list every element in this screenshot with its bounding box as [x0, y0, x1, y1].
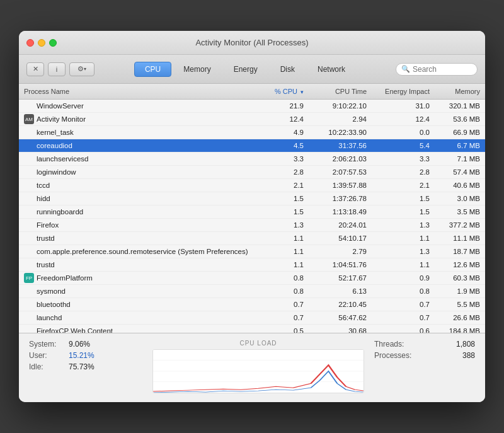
process-name: trustd [19, 233, 258, 244]
process-icon: AM [24, 114, 34, 124]
process-cpu-time: 1:13:18.49 [309, 207, 372, 216]
chevron-down-icon: ▾ [84, 66, 86, 72]
col-header-name[interactable]: Process Name [19, 86, 258, 96]
process-memory: 377.2 MB [435, 221, 485, 229]
table-row[interactable]: com.apple.preference.sound.remoteservice… [19, 245, 485, 258]
process-memory: 40.6 MB [435, 181, 485, 190]
table-row[interactable]: runningboardd 1.5 1:13:18.49 1.5 3.5 MB [19, 205, 485, 219]
tab-network[interactable]: Network [307, 62, 356, 77]
table-row[interactable]: AM Activity Monitor 12.4 2.94 12.4 53.6 … [19, 113, 485, 126]
cpu-stats-right: Threads: 1,808 Processes: 388 [374, 340, 475, 396]
threads-label: Threads: [374, 340, 404, 349]
process-energy: 31.0 [372, 101, 435, 110]
user-value: 15.21% [69, 351, 94, 360]
process-name: trustd [19, 259, 258, 270]
table-row[interactable]: launchservicesd 3.3 2:06:21.03 3.3 7.1 M… [19, 153, 485, 166]
process-energy: 2.1 [372, 181, 435, 190]
process-name: AM Activity Monitor [19, 113, 258, 125]
search-icon: 🔍 [401, 65, 410, 73]
process-cpu: 0.7 [258, 313, 309, 322]
process-cpu-time: 1:39:57.88 [309, 181, 372, 190]
process-cpu: 0.7 [258, 300, 309, 309]
process-cpu-time: 2:06:21.03 [309, 154, 372, 163]
tab-cpu[interactable]: CPU [134, 62, 171, 77]
gear-icon: ⚙ [77, 65, 84, 73]
tab-memory[interactable]: Memory [173, 62, 221, 77]
table-row[interactable]: WindowServer 21.9 9:10:22.10 31.0 320.1 … [19, 100, 485, 113]
table-row[interactable]: FirefoxCP Web Content 0.5 30.68 0.6 184.… [19, 325, 485, 333]
tab-energy[interactable]: Energy [223, 62, 268, 77]
process-icon [24, 141, 34, 151]
col-header-energy[interactable]: Energy Impact [372, 86, 435, 96]
table-row[interactable]: Firefox 1.3 20:24.01 1.3 377.2 MB [19, 219, 485, 232]
maximize-button[interactable] [49, 39, 57, 47]
gear-button[interactable]: ⚙ ▾ [69, 62, 94, 76]
col-header-cputime[interactable]: CPU Time [309, 86, 372, 96]
process-memory: 12.6 MB [435, 260, 485, 269]
process-cpu-time: 2.94 [309, 115, 372, 124]
process-cpu: 1.1 [258, 247, 309, 256]
process-energy: 0.7 [372, 300, 435, 309]
table-row[interactable]: loginwindow 2.8 2:07:57.53 2.8 57.4 MB [19, 166, 485, 179]
tab-disk[interactable]: Disk [270, 62, 306, 77]
window-title: Activity Monitor (All Processes) [195, 38, 308, 47]
process-cpu: 1.5 [258, 194, 309, 203]
chart-label: CPU LOAD [239, 340, 277, 347]
table-row[interactable]: trustd 1.1 54:10.17 1.1 11.1 MB [19, 232, 485, 245]
process-name: launchd [19, 312, 258, 323]
process-cpu: 1.5 [258, 207, 309, 216]
col-header-cpu[interactable]: % CPU ▾ [258, 86, 309, 96]
process-cpu-time: 6.13 [309, 287, 372, 296]
process-energy: 0.0 [372, 128, 435, 137]
process-cpu-time: 31:37.56 [309, 141, 372, 150]
process-cpu: 4.9 [258, 128, 309, 137]
minimize-button[interactable] [38, 39, 45, 47]
table-row[interactable]: FP FreedomPlatform 0.8 52:17.67 0.9 60.3… [19, 272, 485, 285]
process-memory: 18.7 MB [435, 247, 485, 256]
process-memory: 7.1 MB [435, 154, 485, 163]
process-memory: 60.3 MB [435, 274, 485, 282]
table-body: WindowServer 21.9 9:10:22.10 31.0 320.1 … [19, 100, 485, 333]
table-row[interactable]: hidd 1.5 1:37:26.78 1.5 3.0 MB [19, 192, 485, 205]
process-cpu-time: 20:24.01 [309, 221, 372, 229]
process-icon [24, 326, 34, 333]
table-row[interactable]: kernel_task 4.9 10:22:33.90 0.0 66.9 MB [19, 126, 485, 139]
process-cpu-time: 1:04:51.76 [309, 260, 372, 269]
close-process-button[interactable]: ✕ [26, 62, 44, 76]
process-icon [24, 101, 34, 111]
close-button[interactable] [26, 39, 34, 47]
process-icon [24, 286, 34, 296]
process-energy: 0.7 [372, 313, 435, 322]
system-value: 9.06% [69, 340, 90, 349]
process-cpu-time: 22:10.45 [309, 300, 372, 309]
table-row[interactable]: launchd 0.7 56:47.62 0.7 26.6 MB [19, 311, 485, 325]
process-memory: 3.5 MB [435, 207, 485, 216]
process-cpu: 0.5 [258, 326, 309, 333]
table-row[interactable]: sysmond 0.8 6.13 0.8 1.9 MB [19, 285, 485, 298]
process-icon [24, 207, 34, 217]
process-energy: 1.5 [372, 207, 435, 216]
process-name: FP FreedomPlatform [19, 272, 258, 284]
process-cpu: 1.3 [258, 221, 309, 229]
process-name: coreaudiod [19, 140, 258, 151]
process-name: WindowServer [19, 100, 258, 112]
table-row[interactable]: bluetoothd 0.7 22:10.45 0.7 5.5 MB [19, 298, 485, 311]
search-box[interactable]: 🔍 [396, 63, 478, 76]
app-window: Activity Monitor (All Processes) ✕ i ⚙ ▾… [19, 31, 485, 402]
process-cpu-time: 9:10:22.10 [309, 101, 372, 110]
process-cpu: 1.1 [258, 234, 309, 243]
process-cpu-time: 1:37:26.78 [309, 194, 372, 203]
bottom-panel: System: 9.06% User: 15.21% Idle: 75.73% … [19, 333, 485, 402]
process-icon: FP [24, 273, 34, 283]
table-row[interactable]: trustd 1.1 1:04:51.76 1.1 12.6 MB [19, 258, 485, 272]
table-row[interactable]: tccd 2.1 1:39:57.88 2.1 40.6 MB [19, 179, 485, 192]
table-row[interactable]: coreaudiod 4.5 31:37.56 5.4 6.7 MB [19, 139, 485, 153]
process-cpu: 0.8 [258, 274, 309, 282]
processes-value: 388 [462, 351, 475, 360]
col-header-memory[interactable]: Memory [435, 86, 485, 96]
process-name: com.apple.preference.sound.remoteservice… [19, 246, 258, 257]
info-button[interactable]: i [48, 62, 66, 76]
processes-label: Processes: [374, 351, 411, 360]
process-memory: 66.9 MB [435, 128, 485, 137]
search-input[interactable] [413, 65, 476, 74]
